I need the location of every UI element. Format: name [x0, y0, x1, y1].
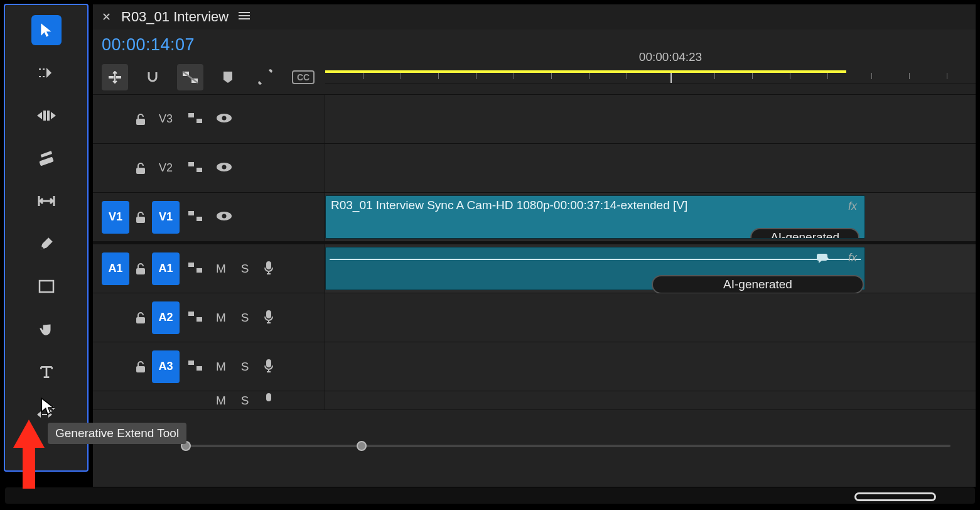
sync-lock-v3[interactable] — [188, 113, 202, 126]
zoom-handle-right[interactable] — [357, 441, 367, 451]
target-patch-a1[interactable]: A1 — [152, 252, 180, 285]
sequence-tab-title[interactable]: R03_01 Interview — [121, 9, 229, 25]
lock-toggle-v2[interactable] — [134, 162, 147, 175]
tooltip-generative-extend: Generative Extend Tool — [48, 423, 186, 444]
mute-a4[interactable]: M — [216, 394, 226, 408]
target-patch-a2[interactable]: A2 — [152, 301, 180, 334]
track-a2: A2 M S — [93, 293, 976, 342]
svg-rect-11 — [197, 119, 202, 123]
track-label-v2: V2 — [152, 161, 180, 175]
svg-rect-27 — [266, 261, 271, 269]
target-patch-a3[interactable]: A3 — [152, 350, 180, 383]
svg-rect-32 — [136, 366, 145, 372]
captions-toggle[interactable]: CC — [290, 64, 316, 90]
clip-label-v1: R03_01 Interview Sync A Cam-HD 1080p-00:… — [326, 196, 864, 215]
fx-badge-v1[interactable]: fx — [848, 200, 857, 213]
timeline-panel: ✕ R03_01 Interview 00:00:14:07 — [92, 4, 976, 487]
svg-rect-31 — [266, 310, 271, 318]
lock-toggle-v1[interactable] — [134, 211, 147, 224]
track-a1: A1 A1 M S fx AI-gen — [93, 244, 976, 293]
svg-point-13 — [222, 116, 227, 120]
bottom-scroll-thumb[interactable] — [854, 492, 936, 501]
track-a3: A3 M S — [93, 342, 976, 391]
track-body-a2[interactable] — [325, 293, 976, 342]
mute-a1[interactable]: M — [216, 262, 226, 276]
source-patch-v1[interactable]: V1 — [102, 201, 129, 234]
annotation-arrow — [10, 420, 48, 491]
svg-rect-20 — [188, 211, 194, 215]
sync-lock-a3[interactable] — [188, 361, 202, 373]
sync-lock-v2[interactable] — [188, 162, 202, 175]
ripple-edit-tool[interactable] — [31, 100, 62, 131]
tab-menu-icon[interactable] — [239, 11, 250, 23]
track-select-forward-tool[interactable] — [31, 58, 62, 88]
track-output-v1[interactable] — [216, 211, 232, 224]
lock-toggle-a3[interactable] — [134, 361, 147, 373]
add-marker-button[interactable] — [215, 64, 241, 90]
svg-point-18 — [222, 165, 227, 169]
mute-a3[interactable]: M — [216, 360, 226, 374]
sync-lock-a2[interactable] — [188, 312, 202, 324]
svg-rect-36 — [266, 393, 271, 401]
track-body-v1[interactable]: R03_01 Interview Sync A Cam-HD 1080p-00:… — [325, 193, 976, 241]
clip-video-v1[interactable]: R03_01 Interview Sync A Cam-HD 1080p-00:… — [325, 195, 865, 239]
track-body-a3[interactable] — [325, 342, 976, 391]
linked-selection-toggle[interactable] — [177, 64, 203, 90]
time-ruler[interactable]: 00:00:04:23 — [325, 70, 976, 84]
hand-tool[interactable] — [31, 314, 62, 344]
solo-a3[interactable]: S — [240, 360, 250, 374]
svg-rect-15 — [188, 162, 194, 166]
track-body-v2[interactable] — [325, 144, 976, 192]
mute-a2[interactable]: M — [216, 311, 226, 325]
track-body-v3[interactable] — [325, 95, 976, 143]
sync-lock-v1[interactable] — [188, 211, 202, 224]
close-tab-icon[interactable]: ✕ — [102, 10, 111, 24]
track-v3: V3 — [93, 95, 976, 144]
svg-rect-0 — [43, 111, 46, 121]
svg-rect-30 — [197, 317, 202, 322]
mouse-cursor-overlay — [40, 397, 57, 418]
fx-badge-a1[interactable]: fx — [848, 251, 857, 264]
svg-rect-2 — [39, 156, 53, 166]
track-output-v3[interactable] — [216, 113, 232, 126]
tracks-area: V3 V2 — [93, 95, 976, 487]
voiceover-a2[interactable] — [264, 310, 274, 326]
bottom-scroll-area — [5, 487, 975, 504]
rectangle-tool[interactable] — [31, 271, 62, 301]
solo-a4[interactable]: S — [240, 394, 250, 408]
source-patch-a1[interactable]: A1 — [102, 252, 129, 285]
timeline-settings-button[interactable] — [252, 64, 279, 90]
selection-tool[interactable] — [31, 15, 62, 45]
playhead-timecode[interactable]: 00:00:14:07 — [102, 35, 195, 55]
svg-rect-5 — [109, 76, 114, 79]
svg-rect-9 — [136, 119, 145, 125]
dialogue-icon — [817, 252, 829, 266]
lock-toggle-a2[interactable] — [134, 312, 147, 324]
svg-rect-10 — [188, 113, 194, 117]
lock-toggle-v3[interactable] — [134, 113, 147, 126]
solo-a1[interactable]: S — [240, 262, 250, 276]
horizontal-zoom-bar[interactable] — [181, 442, 950, 450]
svg-point-23 — [222, 214, 227, 218]
voiceover-a4[interactable] — [264, 393, 274, 409]
sequence-tab-row: ✕ R03_01 Interview — [93, 4, 976, 30]
insert-overwrite-toggle[interactable] — [102, 64, 128, 90]
snap-toggle[interactable] — [139, 64, 166, 90]
ruler-tick-label: 00:00:04:23 — [639, 50, 702, 64]
solo-a2[interactable]: S — [240, 311, 250, 325]
slip-tool[interactable] — [31, 186, 62, 216]
track-body-a1[interactable]: fx AI-generated — [325, 244, 976, 293]
timeline-options-row: CC 00:00:04:23 — [93, 60, 976, 95]
track-v2: V2 — [93, 144, 976, 193]
razor-tool[interactable] — [31, 143, 62, 173]
lock-toggle-a1[interactable] — [134, 263, 147, 275]
sync-lock-a1[interactable] — [188, 263, 202, 275]
svg-rect-4 — [40, 281, 53, 292]
voiceover-a3[interactable] — [264, 359, 274, 375]
voiceover-a1[interactable] — [264, 261, 274, 277]
type-tool[interactable] — [31, 357, 62, 387]
tool-panel: Generative Extend Tool — [4, 4, 89, 472]
target-patch-v1[interactable]: V1 — [152, 201, 180, 234]
pen-tool[interactable] — [31, 229, 62, 259]
track-output-v2[interactable] — [216, 162, 232, 175]
